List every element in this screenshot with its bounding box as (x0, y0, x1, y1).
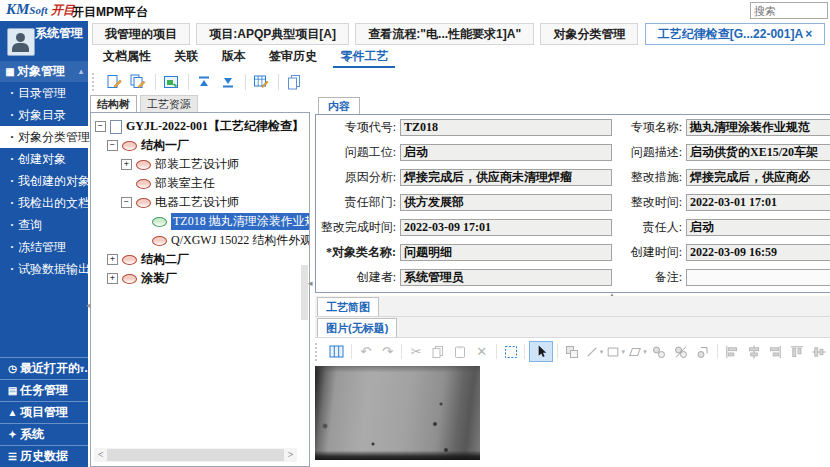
collapse-to-top-icon[interactable] (193, 72, 215, 92)
tab-part-process[interactable]: 零件工艺 (333, 47, 395, 68)
tab-my-projects[interactable]: 我管理的项目 (92, 23, 190, 45)
tree-horizontal-scrollbar[interactable]: < > (94, 448, 297, 462)
tab-image-untitled[interactable]: 图片(无标题) (317, 318, 397, 337)
collapse-to-bottom-icon[interactable] (217, 72, 239, 92)
tree-node-factory-2[interactable]: +结构二厂 (91, 250, 309, 269)
edit-table-icon[interactable] (250, 72, 272, 92)
sidebar-collapse-arrow-icon[interactable]: ◂ (86, 300, 91, 310)
tab-sign-history[interactable]: 签审历史 (262, 47, 324, 66)
chevron-down-icon[interactable]: ▾ (643, 348, 647, 356)
sidebar-item-object-classification[interactable]: ·对象分类管理 (0, 126, 88, 148)
flip-vertical-icon[interactable] (671, 342, 691, 361)
tree-expand-icon[interactable]: + (107, 273, 118, 284)
flip-horizontal-icon[interactable] (649, 342, 669, 361)
line-tool-icon[interactable]: ▾ (584, 342, 604, 361)
edit-documents-icon[interactable] (127, 72, 149, 92)
field-problem-description[interactable]: 启动供货的XE15/20车架 (686, 144, 830, 161)
copy-icon[interactable] (428, 342, 448, 361)
field-creator[interactable]: 系统管理员 (400, 269, 612, 286)
field-responsible-person[interactable]: 启动 (686, 219, 830, 236)
select-marquee-icon[interactable] (501, 342, 521, 361)
sidebar-item-my-created-objects[interactable]: ·我创建的对象 (0, 170, 88, 192)
field-special-name[interactable]: 抛丸清理涂装作业规范 (686, 119, 830, 136)
process-photo[interactable] (315, 366, 480, 460)
delete-icon[interactable]: ✕ (472, 342, 492, 361)
sidebar-item-project-management[interactable]: ▲项目管理 (0, 401, 88, 423)
sidebar-item-history-data[interactable]: ☰历史数据 (0, 445, 88, 467)
rotate-shape-icon[interactable] (693, 342, 713, 361)
sidebar-item-query[interactable]: ·查询 (0, 214, 88, 236)
sidebar-item-object-catalog[interactable]: ·对象目录 (0, 104, 88, 126)
sidebar-section-object-management[interactable]: ▦对象管理 ▴ (0, 61, 88, 82)
scroll-left-icon[interactable]: < (94, 448, 107, 462)
sidebar-item-my-checked-out-docs[interactable]: ·我检出的文档 (0, 192, 88, 214)
folder-image-icon[interactable] (160, 72, 182, 92)
tree-node-root[interactable]: −GYJL-2022-001【工艺纪律检查】 (91, 117, 309, 136)
grid-columns-icon[interactable] (327, 342, 347, 361)
field-correction-complete-time[interactable]: 2022-03-09 17:01 (400, 219, 612, 236)
align-top-icon[interactable] (787, 342, 807, 361)
chevron-up-icon[interactable]: ▴ (79, 61, 83, 82)
tree-expand-icon[interactable]: + (107, 254, 118, 265)
field-special-code[interactable]: TZ018 (400, 119, 612, 136)
cursor-select-tool-icon[interactable] (529, 341, 553, 362)
toolbar-drag-handle[interactable] (315, 343, 320, 361)
tree-node-painting-factory[interactable]: +涂装厂 (91, 269, 309, 288)
sidebar-item-task-management[interactable]: ▤任务管理 (0, 379, 88, 401)
group-shapes-icon[interactable] (562, 342, 582, 361)
tab-process-resources[interactable]: 工艺资源 (140, 95, 198, 112)
scroll-right-icon[interactable]: > (284, 448, 297, 462)
field-cause-analysis[interactable]: 焊接完成后，供应商未清理焊瘤 (400, 169, 612, 186)
tab-object-classification[interactable]: 对象分类管理 (540, 23, 638, 45)
tab-process-sketch[interactable]: 工艺简图 (317, 297, 379, 316)
tree-collapse-icon[interactable]: − (107, 140, 118, 151)
toolbar-drag-handle[interactable] (92, 73, 97, 91)
chevron-down-icon[interactable]: ▾ (600, 348, 604, 356)
tree-vertical-scrollbar[interactable] (301, 115, 308, 446)
tree-node-assembly-designer[interactable]: +部装工艺设计师 (91, 155, 309, 174)
align-left-icon[interactable] (722, 342, 742, 361)
scrollbar-thumb[interactable] (301, 265, 308, 320)
align-right-icon[interactable] (765, 342, 785, 361)
sidebar-item-freeze-management[interactable]: ·冻结管理 (0, 236, 88, 258)
align-center-icon[interactable] (744, 342, 764, 361)
field-object-class-name[interactable]: 问题明细 (400, 244, 612, 261)
field-corrective-action[interactable]: 焊接完成后，供应商必 (686, 169, 830, 186)
sidebar-item-create-object[interactable]: ·创建对象 (0, 148, 88, 170)
tab-structure-tree[interactable]: 结构树 (90, 95, 137, 112)
tree-collapse-icon[interactable]: − (121, 197, 132, 208)
tab-view-flow[interactable]: 查看流程:"电...性能要求1]A" (355, 23, 534, 45)
paste-icon[interactable] (450, 342, 470, 361)
tree-node-factory-1[interactable]: −结构一厂 (91, 136, 309, 155)
tree-expand-icon[interactable]: + (121, 159, 132, 170)
field-problem-station[interactable]: 启动 (400, 144, 612, 161)
tree-node-tz018-selected[interactable]: TZ018 抛丸清理涂装作业规范 (91, 212, 309, 231)
field-create-time[interactable]: 2022-03-09 16:59 (686, 244, 830, 261)
cut-icon[interactable]: ✂ (406, 342, 426, 361)
polygon-tool-icon[interactable]: ▾ (628, 342, 648, 361)
tree-node-electric-designer[interactable]: −电器工艺设计师 (91, 193, 309, 212)
search-input[interactable] (750, 2, 828, 19)
copy-page-icon[interactable] (283, 72, 305, 92)
tree-node-qxgwj-15022[interactable]: Q/XGWJ 15022 结构件外观质量要求 (91, 231, 309, 250)
tab-document-properties[interactable]: 文档属性 (96, 47, 158, 66)
field-correction-time[interactable]: 2022-03-01 17:01 (686, 194, 830, 211)
sidebar-item-catalog-management[interactable]: ·目录管理 (0, 82, 88, 104)
sidebar-item-recently-opened[interactable]: ◷最近打开的…▾ (0, 357, 88, 379)
close-icon[interactable]: × (805, 27, 812, 41)
tab-versions[interactable]: 版本 (215, 47, 253, 66)
chevron-down-icon[interactable]: ▾ (80, 358, 84, 379)
user-avatar[interactable] (7, 28, 35, 56)
tab-relations[interactable]: 关联 (167, 47, 205, 66)
sidebar-item-test-data-output[interactable]: ·试验数据输出… (0, 258, 88, 280)
chevron-down-icon[interactable]: ▾ (621, 348, 625, 356)
tab-process-discipline-check[interactable]: 工艺纪律检查[G...22-001]A× (645, 23, 825, 45)
field-responsible-department[interactable]: 供方发展部 (400, 194, 612, 211)
tab-project-apqp[interactable]: 项目:APQP典型项目[A] (196, 23, 349, 45)
redo-icon[interactable]: ↷ (378, 342, 398, 361)
tab-content[interactable]: 内容 (318, 97, 360, 114)
splitter-collapse-arrow-icon[interactable]: ◂ (308, 278, 313, 288)
tree-node-assembly-director[interactable]: 部装室主任 (91, 174, 309, 193)
tree-collapse-icon[interactable]: − (95, 121, 106, 132)
align-middle-icon[interactable] (809, 342, 829, 361)
